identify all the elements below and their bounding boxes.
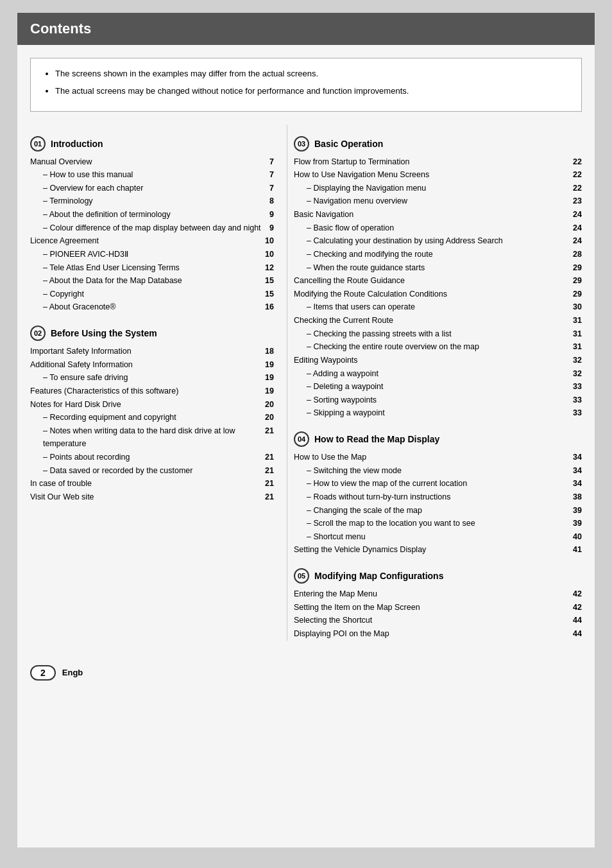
header-bar: Contents <box>17 13 595 45</box>
right-column: 03 Basic Operation Flow from Startup to … <box>287 125 582 641</box>
footer: 2 Engb <box>17 660 595 686</box>
notice-item-1: The screens shown in the examples may di… <box>55 67 570 81</box>
chapter-01-title: Introduction <box>51 139 103 149</box>
chapter-02-num: 02 <box>30 326 46 341</box>
toc-entry: About the Data for the Map Database 15 <box>30 274 274 288</box>
chapter-04-title: How to Read the Map Display <box>314 434 439 444</box>
chapter-03-heading: 03 Basic Operation <box>294 136 582 152</box>
toc-entry: Important Safety Information 18 <box>30 345 274 358</box>
chapter-02-title: Before Using the System <box>51 328 157 338</box>
toc-entry: Data saved or recorded by the customer 2… <box>30 464 274 478</box>
toc-entry: Setting the Item on the Map Screen 42 <box>294 601 582 614</box>
chapter-01-heading: 01 Introduction <box>30 136 274 152</box>
toc-entry: Overview for each chapter 7 <box>30 182 274 195</box>
toc-entry: How to use this manual 7 <box>30 168 274 182</box>
toc-entry: Recording equipment and copyright 20 <box>30 411 274 424</box>
chapter-03-title: Basic Operation <box>314 139 383 149</box>
chapter-05-num: 05 <box>294 568 309 584</box>
toc-entry: Displaying the Navigation menu 22 <box>294 182 582 195</box>
chapter-04-num: 04 <box>294 431 309 447</box>
toc-entry: Changing the scale of the map 39 <box>294 504 582 517</box>
toc-entry: Tele Atlas End User Licensing Terms 12 <box>30 261 274 275</box>
toc-entry: Cancelling the Route Guidance 29 <box>294 274 582 288</box>
toc-entry: Scroll the map to the location you want … <box>294 517 582 530</box>
toc-entry: Displaying POI on the Map 44 <box>294 627 582 641</box>
chapter-01-num: 01 <box>30 136 46 152</box>
toc-entry: Checking the entire route overview on th… <box>294 340 582 354</box>
chapter-04-heading: 04 How to Read the Map Display <box>294 431 582 447</box>
toc-entry: Checking the passing streets with a list… <box>294 327 582 341</box>
toc-entry: When the route guidance starts 29 <box>294 261 582 275</box>
chapter-02-heading: 02 Before Using the System <box>30 326 274 341</box>
chapter-05-title: Modifying Map Configurations <box>314 571 443 581</box>
toc-entry: Switching the view mode 34 <box>294 464 582 478</box>
page-number-badge: 2 <box>30 665 56 681</box>
toc-entry: To ensure safe driving 19 <box>30 371 274 385</box>
toc-entry: Checking the Current Route 31 <box>294 314 582 327</box>
toc-entry: Calculating your destination by using Ad… <box>294 234 582 248</box>
notice-list: The screens shown in the examples may di… <box>42 67 570 98</box>
toc-entry: Modifying the Route Calculation Conditio… <box>294 288 582 301</box>
toc-entry: PIONEER AVIC-HD3Ⅱ 10 <box>30 248 274 261</box>
left-column: 01 Introduction Manual Overview 7 How to… <box>30 125 287 641</box>
toc-container: 01 Introduction Manual Overview 7 How to… <box>17 118 595 654</box>
toc-entry: Setting the Vehicle Dynamics Display 41 <box>294 543 582 557</box>
toc-entry: About Gracenote® 16 <box>30 300 274 314</box>
toc-entry: Checking and modifying the route 28 <box>294 248 582 261</box>
toc-entry: How to Use Navigation Menu Screens 22 <box>294 168 582 182</box>
toc-entry: Navigation menu overview 23 <box>294 195 582 208</box>
toc-entry: Features (Characteristics of this softwa… <box>30 385 274 398</box>
toc-entry: Additional Safety Information 19 <box>30 358 274 372</box>
toc-entry: Sorting waypoints 33 <box>294 394 582 407</box>
page-title: Contents <box>30 21 91 37</box>
notice-item-2: The actual screens may be changed withou… <box>55 85 570 98</box>
toc-entry: In case of trouble 21 <box>30 477 274 490</box>
toc-entry: Basic flow of operation 24 <box>294 221 582 235</box>
toc-entry: Items that users can operate 30 <box>294 300 582 314</box>
toc-entry: Points about recording 21 <box>30 451 274 464</box>
toc-entry: Visit Our Web site 21 <box>30 490 274 504</box>
toc-entry: Selecting the Shortcut 44 <box>294 614 582 627</box>
page: Contents The screens shown in the exampl… <box>17 13 595 847</box>
toc-entry: Copyright 15 <box>30 288 274 301</box>
language-label: Engb <box>62 668 83 677</box>
toc-entry: Terminology 8 <box>30 195 274 208</box>
toc-entry: Skipping a waypoint 33 <box>294 406 582 420</box>
toc-entry: Deleting a waypoint 33 <box>294 380 582 394</box>
toc-entry: How to view the map of the current locat… <box>294 477 582 490</box>
toc-entry: Notes for Hard Disk Drive 20 <box>30 398 274 412</box>
toc-entry: Entering the Map Menu 42 <box>294 587 582 601</box>
toc-entry: How to Use the Map 34 <box>294 451 582 464</box>
toc-entry: Flow from Startup to Termination 22 <box>294 155 582 169</box>
toc-entry: Editing Waypoints 32 <box>294 354 582 367</box>
toc-entry: Adding a waypoint 32 <box>294 367 582 381</box>
chapter-03-num: 03 <box>294 136 309 152</box>
toc-entry: Manual Overview 7 <box>30 155 274 169</box>
toc-entry: Shortcut menu 40 <box>294 530 582 544</box>
chapter-05-heading: 05 Modifying Map Configurations <box>294 568 582 584</box>
notice-box: The screens shown in the examples may di… <box>30 58 582 112</box>
toc-entry: Notes when writing data to the hard disk… <box>30 424 274 451</box>
toc-entry: Licence Agreement 10 <box>30 234 274 248</box>
toc-entry: Roads without turn-by-turn instructions … <box>294 490 582 504</box>
toc-entry: About the definition of terminology 9 <box>30 208 274 221</box>
toc-entry: Basic Navigation 24 <box>294 208 582 221</box>
toc-entry: Colour difference of the map display bet… <box>30 221 274 235</box>
